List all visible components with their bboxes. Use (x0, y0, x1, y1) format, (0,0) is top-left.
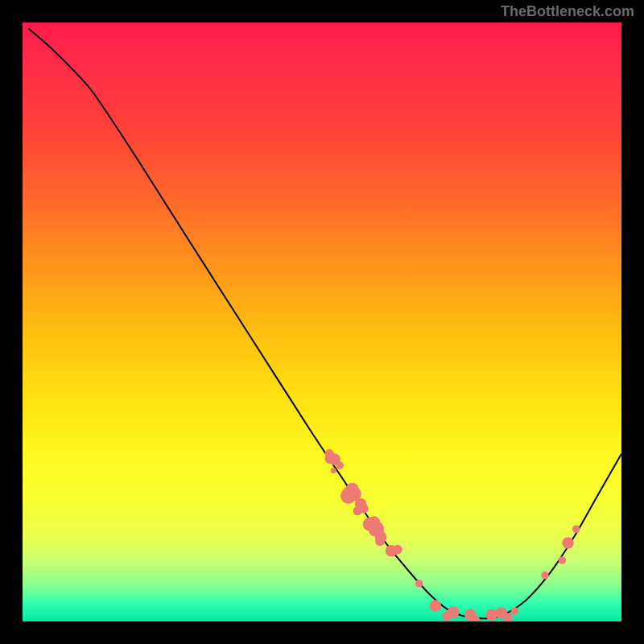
chart-scatter-markers (324, 449, 580, 621)
scatter-point (375, 536, 385, 546)
scatter-point (442, 611, 452, 621)
scatter-point (367, 516, 380, 529)
scatter-point (485, 609, 497, 621)
scatter-point (343, 486, 355, 498)
scatter-point (325, 449, 334, 458)
chart-plot-area (23, 23, 621, 621)
scatter-point (336, 461, 344, 469)
scatter-point (541, 572, 549, 580)
scatter-point (353, 506, 361, 515)
chart-curve-line (28, 28, 621, 618)
scatter-point (562, 537, 574, 549)
watermark-text: TheBottleneck.com (501, 3, 634, 20)
scatter-point (572, 525, 580, 533)
scatter-point (415, 580, 423, 588)
chart-svg (23, 23, 621, 621)
scatter-point (511, 607, 519, 615)
scatter-point (331, 468, 336, 473)
scatter-point (430, 600, 442, 612)
scatter-point (559, 556, 567, 564)
scatter-point (393, 545, 402, 555)
